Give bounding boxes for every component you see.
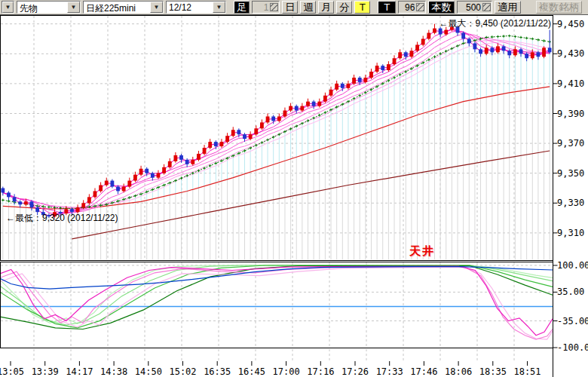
price-axis-label: 9,390 [557, 109, 588, 119]
price-axis-label: 9,430 [557, 48, 588, 59]
stepper-grip-icon[interactable] [416, 3, 424, 11]
chevron-down-icon[interactable]: ▼ [213, 2, 225, 13]
time-axis-label: 17:33 [376, 366, 403, 377]
bar-count-button[interactable]: 本数 [428, 1, 455, 14]
price-axis-label: 9,310 [557, 228, 588, 238]
oscillator-axis-label: 35.00 [557, 287, 588, 297]
time-axis-label: 13:39 [32, 366, 59, 377]
time-axis-label: 14:17 [66, 366, 93, 377]
symbol-select[interactable]: 日経225mini ▼ [83, 1, 164, 14]
bar-count-value: 500 [460, 2, 482, 13]
oscillator-axis-label: -35.00 [557, 316, 588, 326]
time-axis-label: 14:50 [135, 366, 162, 377]
bar-count-stepper[interactable]: 500 [457, 1, 492, 14]
time-axis-label: 17:16 [307, 366, 334, 377]
apply-button[interactable]: 適用 [495, 1, 521, 14]
bar-type-button[interactable]: 足 [234, 1, 250, 14]
stepper-grip-icon[interactable] [270, 3, 278, 11]
ceiling-annotation: 天井 [409, 244, 435, 259]
price-axis-label: 9,410 [557, 78, 588, 89]
time-axis-label: 13:05 [0, 366, 24, 377]
chevron-down-icon[interactable]: ▼ [150, 2, 163, 13]
time-axis-label: 18:35 [479, 366, 507, 377]
tick-mode-button[interactable]: T [378, 1, 396, 14]
hidden-combo[interactable]: ▼ [2, 1, 14, 14]
interval-stepper[interactable]: 1 [252, 1, 280, 14]
toolbar: ▼ 先物 ▼ 日経225mini ▼ 12/12 ▼ 足 1 日 週 月 分 T… [0, 0, 588, 15]
time-axis-label: 17:26 [341, 366, 369, 377]
chevron-down-icon[interactable]: ▼ [67, 2, 80, 13]
session-low-annotation: ←最低：9,320 (2012/11/22) [6, 212, 118, 225]
instrument-type-select[interactable]: 先物 ▼ [17, 1, 81, 14]
price-axis-label: 9,350 [557, 168, 588, 179]
contract-month-select[interactable]: 12/12 ▼ [166, 1, 226, 14]
trading-chart-window: { "toolbar": { "hidden_combo_chevron": "… [0, 0, 588, 377]
period-week-button[interactable]: 週 [300, 1, 316, 14]
contract-month-value: 12/12 [167, 2, 213, 13]
time-axis-label: 18:06 [445, 366, 472, 377]
time-axis: 13:0513:3914:1714:3814:5015:0216:3516:45… [0, 366, 553, 377]
chart-canvas[interactable] [0, 15, 588, 377]
time-axis-label: 14:38 [100, 366, 127, 377]
time-axis-label: 17:46 [410, 366, 437, 377]
price-axis-label: 9,450 [557, 19, 588, 29]
time-axis-label: 17:00 [273, 366, 300, 377]
period-day-button[interactable]: 日 [282, 1, 298, 14]
stepper-grip-icon[interactable] [482, 3, 491, 11]
oscillator-axis-label: 100.00 [557, 260, 588, 271]
price-axis-label: 9,370 [557, 138, 588, 149]
period-month-button[interactable]: 月 [318, 1, 334, 14]
period-tick-button[interactable]: T [354, 1, 370, 14]
symbol-value: 日経225mini [84, 2, 150, 13]
session-high-annotation: ←最大：9,450 (2012/11/22) [439, 17, 551, 30]
time-axis-label: 16:45 [238, 366, 265, 377]
tick-size-value: 96 [401, 2, 416, 13]
time-axis-label: 16:35 [204, 366, 231, 377]
time-axis-label: 18:51 [513, 366, 541, 377]
oscillator-axis-label: -100.00 [557, 342, 588, 353]
multi-symbol-button: 複数銘柄 [536, 1, 582, 14]
instrument-type-value: 先物 [17, 2, 67, 13]
price-axis-label: 9,330 [557, 198, 588, 208]
time-axis-label: 15:02 [169, 366, 196, 377]
period-minute-button[interactable]: 分 [336, 1, 352, 14]
chart-area: 9,4509,4309,4109,3909,3709,3509,3309,310… [0, 15, 588, 377]
tick-size-stepper[interactable]: 96 [398, 1, 426, 14]
chevron-down-icon[interactable]: ▼ [2, 2, 14, 13]
interval-value: 1 [255, 2, 270, 13]
